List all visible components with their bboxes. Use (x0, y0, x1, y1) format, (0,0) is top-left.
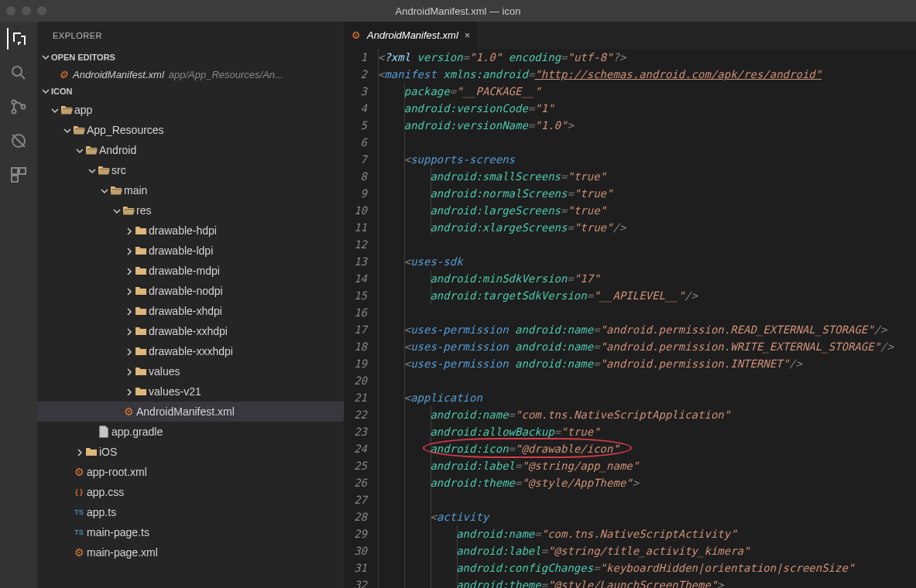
tree-item-appCss[interactable]: { }app.css (37, 482, 344, 502)
tree-item-app[interactable]: app (37, 100, 344, 120)
window-minimize-button[interactable] (22, 6, 31, 15)
code-line[interactable]: android:minSdkVersion="17" (378, 270, 916, 287)
tree-item-android[interactable]: Android (37, 140, 344, 160)
code-line[interactable] (378, 236, 916, 253)
tree-item-appTs[interactable]: TSapp.ts (37, 502, 344, 522)
tree-item-mainPageXml[interactable]: ⚙main-page.xml (37, 542, 344, 562)
window-close-button[interactable] (6, 6, 15, 15)
tree-item-drawableHdpi[interactable]: drawable-hdpi (37, 220, 344, 241)
open-editor-item[interactable]: ⚙ AndroidManifest.xml app/App_Resources/… (37, 66, 344, 83)
code-line[interactable]: android:theme="@style/LaunchScreenTheme"… (378, 576, 916, 588)
code-line[interactable]: android:targetSdkVersion="__APILEVEL__"/… (378, 287, 916, 304)
code-line[interactable]: <application (378, 389, 916, 406)
tree-item-drawableMdpi[interactable]: drawable-mdpi (37, 261, 344, 281)
chevron-down-icon (111, 206, 121, 215)
tree-item-label: drawable-xxhdpi (149, 325, 228, 337)
file-icon (96, 426, 111, 438)
tree-item-values[interactable]: values (37, 361, 344, 381)
tree-item-label: app.gradle (111, 426, 163, 438)
code-line[interactable]: android:largeScreens="true" (378, 202, 916, 219)
tree-item-drawableXxxhdpi[interactable]: drawable-xxxhdpi (37, 341, 344, 361)
tree-item-drawableLdpi[interactable]: drawable-ldpi (37, 241, 344, 261)
tree-item-ios[interactable]: iOS (37, 442, 344, 462)
tree-item-label: main-page.ts (87, 526, 149, 538)
code-line[interactable]: package="__PACKAGE__" (378, 83, 916, 100)
search-activity-icon[interactable] (8, 62, 29, 84)
code-line[interactable]: <uses-permission android:name="android.p… (378, 321, 916, 338)
window-zoom-button[interactable] (37, 6, 46, 15)
code-line[interactable]: android:xlargeScreens="true"/> (378, 219, 916, 236)
code-line[interactable]: <uses-permission android:name="android.p… (378, 355, 916, 372)
folder-icon (133, 265, 149, 277)
tree-item-manifest[interactable]: ⚙AndroidManifest.xml (37, 402, 344, 422)
code-line[interactable]: android:allowBackup="true" (378, 423, 916, 440)
line-number: 1 (344, 49, 367, 66)
line-number: 20 (344, 372, 367, 389)
code-line[interactable] (378, 372, 916, 389)
tree-item-valuesV21[interactable]: values-v21 (37, 381, 344, 402)
code-line[interactable]: android:icon="@drawable/icon" (378, 440, 916, 457)
tree-item-mainPageTs[interactable]: TSmain-page.ts (37, 522, 344, 542)
chevron-down-icon (74, 145, 84, 155)
code-line[interactable]: android:smallScreens="true" (378, 168, 916, 185)
chevron-right-icon (74, 447, 84, 456)
scm-activity-icon[interactable] (8, 96, 29, 118)
tree-item-drawableXhdpi[interactable]: drawable-xhdpi (37, 301, 344, 321)
open-editors-section[interactable]: OPEN EDITORS (37, 49, 344, 66)
close-icon[interactable]: × (465, 29, 471, 41)
chevron-right-icon (124, 286, 133, 296)
code-line[interactable]: <?xml version="1.0" encoding="utf-8"?> (378, 49, 916, 66)
code-line[interactable] (378, 134, 916, 151)
tree-item-drawableXxhdpi[interactable]: drawable-xxhdpi (37, 321, 344, 341)
xml-file-icon: ⚙ (71, 466, 87, 478)
tree-item-label: drawable-xhdpi (149, 305, 222, 317)
extensions-activity-icon[interactable] (8, 164, 29, 186)
code-line[interactable]: <uses-permission android:name="android.p… (378, 338, 916, 355)
line-number: 21 (344, 389, 367, 406)
tree-item-drawableNodpi[interactable]: drawable-nodpi (37, 281, 344, 301)
debug-activity-icon[interactable] (8, 130, 29, 152)
line-number: 6 (344, 134, 367, 151)
chevron-right-icon (124, 266, 133, 275)
code-line[interactable] (378, 304, 916, 321)
code-line[interactable]: <uses-sdk (378, 253, 916, 270)
code-line[interactable]: android:label="@string/title_activity_ki… (378, 542, 916, 559)
code-line[interactable]: android:name="com.tns.NativeScriptApplic… (378, 406, 916, 423)
code-line[interactable]: <manifest xmlns:android="http://schemas.… (378, 66, 916, 83)
folder-root-label: ICON (51, 87, 73, 96)
code-line[interactable]: android:label="@string/app_name" (378, 457, 916, 474)
tree-item-label: values-v21 (149, 385, 201, 398)
tree-item-appResources[interactable]: App_Resources (37, 120, 344, 140)
folder-icon (133, 345, 149, 357)
chevron-right-icon (124, 367, 133, 376)
tree-item-label: app.ts (87, 506, 116, 518)
tree-item-label: iOS (99, 446, 117, 458)
line-number: 13 (344, 253, 367, 270)
code-line[interactable] (378, 491, 916, 508)
tree-item-appGradle[interactable]: app.gradle (37, 422, 344, 442)
code-line[interactable]: android:normalScreens="true" (378, 185, 916, 202)
folder-root-section[interactable]: ICON (37, 83, 344, 100)
tree-item-main[interactable]: main (37, 180, 344, 200)
chevron-down-icon (50, 105, 59, 115)
tree-item-res[interactable]: res (37, 200, 344, 220)
code-line[interactable]: <activity (378, 508, 916, 525)
editor-body[interactable]: 1234567891011121314151617181920212223242… (344, 49, 916, 588)
tree-item-appRoot[interactable]: ⚙app-root.xml (37, 462, 344, 482)
code-area[interactable]: <?xml version="1.0" encoding="utf-8"?><m… (378, 49, 916, 588)
code-line[interactable]: android:configChanges="keyboardHidden|or… (378, 559, 916, 576)
tab-bar: ⚙ AndroidManifest.xml × (344, 22, 916, 49)
code-line[interactable]: android:versionCode="1" (378, 100, 916, 117)
folder-icon (84, 446, 99, 458)
tree-item-src[interactable]: src (37, 160, 344, 180)
code-line[interactable]: <supports-screens (378, 151, 916, 168)
code-line[interactable]: android:theme="@style/AppTheme"> (378, 474, 916, 491)
editor-tab[interactable]: ⚙ AndroidManifest.xml × (344, 22, 479, 49)
tree-item-label: app-root.xml (87, 466, 147, 478)
chevron-right-icon (124, 306, 133, 316)
code-line[interactable]: android:versionName="1.0"> (378, 117, 916, 134)
line-number: 24 (344, 440, 367, 457)
chevron-down-icon (87, 166, 96, 175)
explorer-activity-icon[interactable] (7, 28, 29, 50)
code-line[interactable]: android:name="com.tns.NativeScriptActivi… (378, 525, 916, 542)
